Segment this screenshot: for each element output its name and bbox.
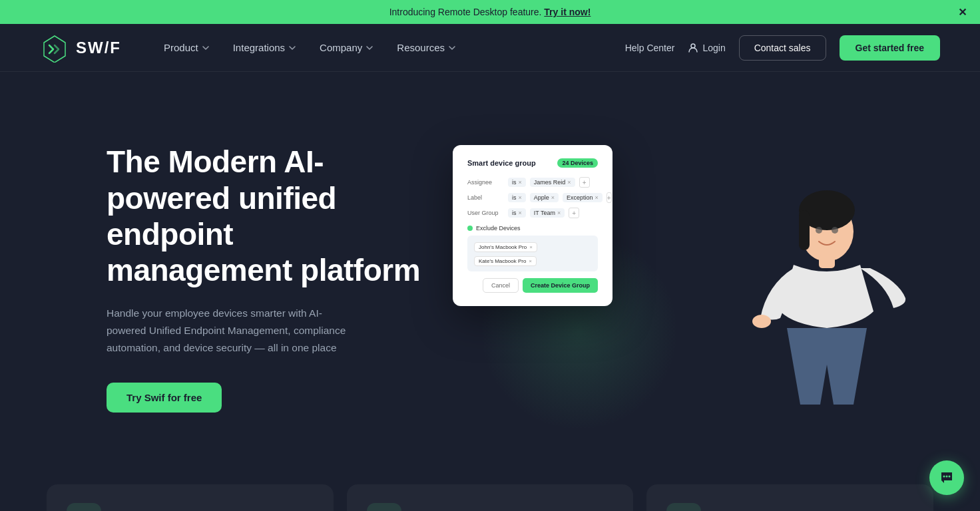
hero-title: The Modern AI-powered unified endpoint m… xyxy=(107,144,426,288)
chat-widget-button[interactable] xyxy=(929,460,964,495)
main-header: SW/F Product Integrations Company Resour… xyxy=(0,24,980,72)
svg-point-5 xyxy=(752,315,771,328)
logo-wordmark: SW/F xyxy=(76,39,121,57)
chip-exception: Exception × xyxy=(563,193,603,202)
logo[interactable]: SW/F xyxy=(40,33,121,63)
remove-device-1[interactable]: × xyxy=(529,244,533,250)
add-filter-1[interactable]: + xyxy=(579,177,590,188)
svg-point-20 xyxy=(946,476,948,478)
card-row-assignee: Assignee is × James Reid × + xyxy=(467,177,598,188)
nav-product-label: Product xyxy=(164,42,198,53)
svg-point-19 xyxy=(943,476,945,478)
announcement-banner: Introducing Remote Desktop feature. Try … xyxy=(0,0,980,24)
feature-card-2 xyxy=(347,484,634,511)
feature-card-1 xyxy=(47,484,334,511)
devices-dropdown: John's Macbook Pro × Kate's Macbook Pro … xyxy=(467,236,598,271)
exclude-label: Exclude Devices xyxy=(467,225,598,232)
banner-text: Introducing Remote Desktop feature. Try … xyxy=(389,7,591,17)
user-icon xyxy=(688,43,698,53)
chevron-down-icon xyxy=(288,43,297,53)
chip-james: James Reid × xyxy=(530,178,575,187)
login-button[interactable]: Login xyxy=(688,43,725,53)
device-2-label: Kate's Macbook Pro xyxy=(479,258,526,264)
svg-rect-4 xyxy=(799,210,810,250)
header-actions: Help Center Login Contact sales Get star… xyxy=(625,35,940,61)
hero-person-image xyxy=(727,152,953,471)
main-nav: Product Integrations Company Resources xyxy=(154,37,625,59)
hero-section: The Modern AI-powered unified endpoint m… xyxy=(0,72,980,471)
help-center-link[interactable]: Help Center xyxy=(625,43,675,53)
chip-itteam: IT Team × xyxy=(530,208,565,218)
exclude-dot xyxy=(467,226,473,231)
hero-content: The Modern AI-powered unified endpoint m… xyxy=(107,144,426,412)
nav-item-product[interactable]: Product xyxy=(154,37,220,59)
remove-device-2[interactable]: × xyxy=(529,258,532,264)
person-illustration xyxy=(727,152,927,471)
chevron-down-icon xyxy=(201,43,210,53)
feature-cards-row xyxy=(0,478,980,511)
usergroup-label: User Group xyxy=(467,210,504,216)
chip-is-2: is × xyxy=(508,193,526,202)
nav-resources-label: Resources xyxy=(397,42,445,53)
login-label: Login xyxy=(702,43,725,53)
svg-point-8 xyxy=(832,227,838,234)
logo-icon xyxy=(40,33,69,63)
chip-is-1: is × xyxy=(508,178,526,187)
cancel-button[interactable]: Cancel xyxy=(483,278,519,293)
card-badge: 24 Devices xyxy=(557,158,598,168)
svg-point-7 xyxy=(816,227,822,234)
card-row-usergroup: User Group is × IT Team × + xyxy=(467,208,598,218)
nav-integrations-label: Integrations xyxy=(233,42,285,53)
device-1-label: John's Macbook Pro xyxy=(479,244,527,250)
nav-company-label: Company xyxy=(320,42,362,53)
banner-close-button[interactable]: ✕ xyxy=(958,6,967,19)
card-row-label: Label is × Apple × Exception × + xyxy=(467,192,598,203)
svg-point-21 xyxy=(949,476,951,478)
chip-is-3: is × xyxy=(508,208,526,218)
card-title: Smart device group xyxy=(467,159,536,167)
chevron-down-icon xyxy=(365,43,374,53)
shield-icon xyxy=(666,503,701,511)
assignee-label: Assignee xyxy=(467,179,504,186)
svg-point-1 xyxy=(691,44,695,48)
chevron-down-icon xyxy=(447,43,457,53)
nav-item-company[interactable]: Company xyxy=(310,37,383,59)
add-filter-3[interactable]: + xyxy=(569,208,579,218)
label-label: Label xyxy=(467,194,504,201)
card-actions: Cancel Create Device Group xyxy=(467,278,598,293)
hero-description: Handle your employee devices smarter wit… xyxy=(107,305,360,357)
contact-sales-button[interactable]: Contact sales xyxy=(739,35,826,61)
exclude-text: Exclude Devices xyxy=(476,225,521,232)
hero-visual: Smart device group 24 Devices Assignee i… xyxy=(426,112,940,444)
svg-rect-6 xyxy=(819,255,835,268)
device-chip-2: Kate's Macbook Pro × xyxy=(474,256,537,266)
nav-item-resources[interactable]: Resources xyxy=(387,37,466,59)
create-device-group-button[interactable]: Create Device Group xyxy=(523,278,598,293)
gear-icon xyxy=(367,503,401,511)
get-started-button[interactable]: Get started free xyxy=(840,35,940,61)
feature-card-3 xyxy=(646,484,933,511)
svg-marker-0 xyxy=(44,36,65,63)
device-chip-1: John's Macbook Pro × xyxy=(474,242,537,252)
chip-apple: Apple × xyxy=(530,193,559,202)
banner-link[interactable]: Try it now! xyxy=(544,7,591,17)
network-icon xyxy=(67,503,101,511)
chat-icon xyxy=(939,470,955,486)
dashboard-card: Smart device group 24 Devices Assignee i… xyxy=(453,145,612,306)
add-filter-2[interactable]: + xyxy=(607,192,612,203)
nav-item-integrations[interactable]: Integrations xyxy=(224,37,306,59)
hero-cta-button[interactable]: Try Swif for free xyxy=(107,383,222,413)
